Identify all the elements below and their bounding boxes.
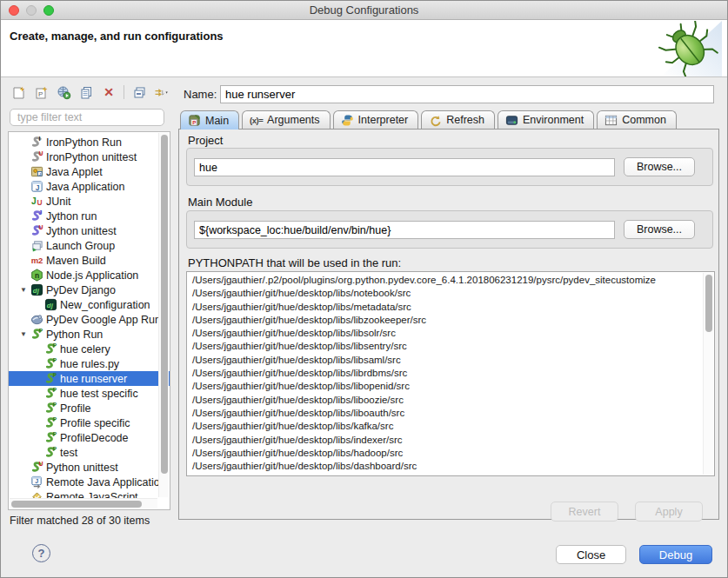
configurations-tree[interactable]: IIronPython RunUIronPython unittestJJava…: [8, 131, 170, 510]
pythonpath-entry[interactable]: /Users/jgauthier/git/hue/desktop/libs/li…: [187, 367, 714, 380]
pythonpath-entry[interactable]: /Users/jgauthier/.p2/pool/plugins/org.py…: [187, 274, 714, 287]
tree-item-junit[interactable]: JUJUnit: [9, 194, 170, 209]
jython-run-icon: J: [30, 209, 44, 223]
tree-item-label: Profile specific: [58, 417, 130, 429]
pythonpath-entry[interactable]: /Users/jgauthier/git/hue/desktop/libs/li…: [187, 380, 714, 393]
close-window-icon[interactable]: [9, 5, 19, 16]
window-title: Debug Configurations: [310, 3, 419, 17]
revert-button[interactable]: Revert: [551, 502, 618, 522]
tree-item-remote-java-application[interactable]: JRemote Java Application: [9, 475, 170, 489]
tree-vertical-scrollbar[interactable]: [158, 133, 169, 497]
python-config-icon: P: [43, 416, 58, 429]
filter-configurations-icon[interactable]: [154, 84, 170, 100]
main-module-browse-button[interactable]: Browse...: [624, 220, 695, 239]
python-config-icon: P: [43, 357, 58, 370]
debug-button[interactable]: Debug: [639, 545, 712, 564]
tree-item-profiledecode[interactable]: PProfileDecode: [9, 430, 170, 445]
tree-item-ironpython-run[interactable]: IIronPython Run: [9, 135, 170, 149]
ironpython-run-icon: I: [30, 136, 44, 149]
tree-item-hue-test-specific[interactable]: Phue test specific: [9, 386, 170, 401]
python-config-icon: P: [43, 387, 58, 400]
tree-item-test[interactable]: Ptest: [9, 445, 170, 460]
svg-text:P: P: [52, 357, 57, 363]
tree-item-launch-group[interactable]: Launch Group: [9, 238, 170, 253]
tree-item-hue-celery[interactable]: Phue celery: [9, 342, 170, 356]
tab-environment[interactable]: Environment: [498, 110, 594, 129]
duplicate-configuration-icon[interactable]: [78, 84, 94, 100]
tab-interpreter[interactable]: Interpreter: [333, 110, 419, 129]
tab-refresh[interactable]: Refresh: [421, 110, 495, 129]
project-browse-button[interactable]: Browse...: [624, 157, 695, 176]
tab-main[interactable]: PMain: [180, 110, 239, 130]
tree-item-label: hue test specific: [58, 388, 138, 400]
svg-text:U: U: [38, 461, 43, 467]
expander-icon[interactable]: ▼: [17, 286, 30, 294]
tree-item-label: Jython unittest: [44, 225, 117, 237]
tree-item-java-application[interactable]: JJava Application: [9, 179, 170, 194]
tree-item-pydev-django[interactable]: ▼djPyDev Django: [9, 282, 170, 297]
ironpython-unittest-icon: U: [30, 150, 44, 163]
python-config-icon: P: [43, 431, 58, 444]
pythonpath-entry[interactable]: /Users/jgauthier/git/hue/desktop/libs/in…: [187, 434, 714, 447]
pythonpath-entry[interactable]: /Users/jgauthier/git/hue/desktop/libs/me…: [187, 301, 714, 314]
delete-configuration-icon[interactable]: ✕: [101, 84, 117, 100]
new-configuration-icon[interactable]: +: [10, 84, 26, 100]
tab-arguments[interactable]: (x)=Arguments: [242, 110, 330, 129]
pythonpath-entry[interactable]: /Users/jgauthier/git/hue/desktop/libs/ka…: [187, 420, 714, 433]
pythonpath-entry[interactable]: /Users/jgauthier/git/hue/desktop/libs/no…: [187, 287, 714, 300]
tree-item-hue-runserver[interactable]: Phue runserver: [9, 371, 170, 386]
pythonpath-list[interactable]: /Users/jgauthier/.p2/pool/plugins/org.py…: [186, 271, 715, 476]
tree-item-jython-run[interactable]: JJython run: [9, 209, 170, 223]
java-application-icon: J: [30, 180, 44, 193]
close-button[interactable]: Close: [556, 545, 626, 564]
collapse-all-icon[interactable]: [131, 84, 147, 100]
tree-item-label: Java Application: [44, 181, 124, 193]
tree-item-pydev-google-app-run[interactable]: PyDev Google App Run: [9, 312, 170, 327]
tree-item-label: IronPython unittest: [44, 151, 137, 163]
expander-icon[interactable]: ▼: [17, 330, 30, 338]
tree-item-label: Remote Java Application: [44, 476, 166, 488]
pythonpath-entry[interactable]: /Users/jgauthier/git/hue/desktop/libs/az…: [187, 473, 714, 476]
junit-icon: JU: [30, 195, 44, 208]
help-button[interactable]: ?: [32, 544, 50, 562]
tree-item-java-applet[interactable]: JJava Applet: [9, 164, 170, 179]
tree-item-hue-rules-py[interactable]: Phue rules.py: [9, 356, 170, 371]
pythonpath-entry[interactable]: /Users/jgauthier/git/hue/desktop/libs/da…: [187, 460, 714, 473]
export-configurations-icon[interactable]: [56, 84, 71, 100]
apply-button[interactable]: Apply: [635, 502, 703, 522]
pythonpath-entry[interactable]: /Users/jgauthier/git/hue/desktop/libs/li…: [187, 340, 714, 353]
pythonpath-entry[interactable]: /Users/jgauthier/git/hue/desktop/libs/li…: [187, 407, 714, 420]
tree-item-label: IronPython Run: [44, 136, 122, 149]
main-module-field[interactable]: [194, 221, 615, 239]
tree-item-profile[interactable]: PProfile: [9, 401, 170, 415]
filter-input[interactable]: [10, 109, 164, 126]
tree-item-profile-specific[interactable]: PProfile specific: [9, 415, 170, 430]
pythonpath-entry[interactable]: /Users/jgauthier/git/hue/desktop/libs/li…: [187, 327, 714, 340]
titlebar[interactable]: Debug Configurations: [1, 1, 727, 20]
tree-item-maven-build[interactable]: m2Maven Build: [9, 253, 170, 268]
project-field[interactable]: [194, 158, 615, 176]
tree-item-python-unittest[interactable]: UPython unittest: [9, 460, 170, 475]
window-controls: [9, 5, 54, 16]
tree-item-jython-unittest[interactable]: UJython unittest: [9, 223, 170, 238]
tree-item-python-run[interactable]: ▼PPython Run: [9, 327, 170, 342]
tab-common[interactable]: Common: [597, 110, 677, 129]
pythonpath-entry[interactable]: /Users/jgauthier/git/hue/desktop/libs/li…: [187, 394, 714, 407]
tree-item-node-js-application[interactable]: nNode.js Application: [9, 268, 170, 282]
tab-label: Arguments: [267, 114, 319, 126]
tree-horizontal-scrollbar[interactable]: [10, 498, 157, 508]
pythonpath-entry[interactable]: /Users/jgauthier/git/hue/desktop/libs/li…: [187, 314, 714, 327]
name-label: Name:: [184, 88, 217, 101]
tree-item-new-configuration[interactable]: djNew_configuration: [9, 297, 170, 312]
svg-text:+: +: [20, 85, 24, 94]
tree-item-ironpython-unittest[interactable]: UIronPython unittest: [9, 149, 170, 164]
pythonpath-entry[interactable]: /Users/jgauthier/git/hue/desktop/libs/ha…: [187, 447, 714, 460]
pythonpath-scrollbar[interactable]: [703, 273, 713, 475]
svg-text:U: U: [37, 198, 43, 207]
svg-text:dj: dj: [47, 302, 54, 309]
name-input[interactable]: [220, 85, 714, 103]
django-config-icon: dj: [43, 298, 58, 311]
pythonpath-entry[interactable]: /Users/jgauthier/git/hue/desktop/libs/li…: [187, 354, 714, 367]
new-prototype-icon[interactable]: P+: [33, 84, 49, 100]
zoom-window-icon[interactable]: [43, 5, 54, 16]
